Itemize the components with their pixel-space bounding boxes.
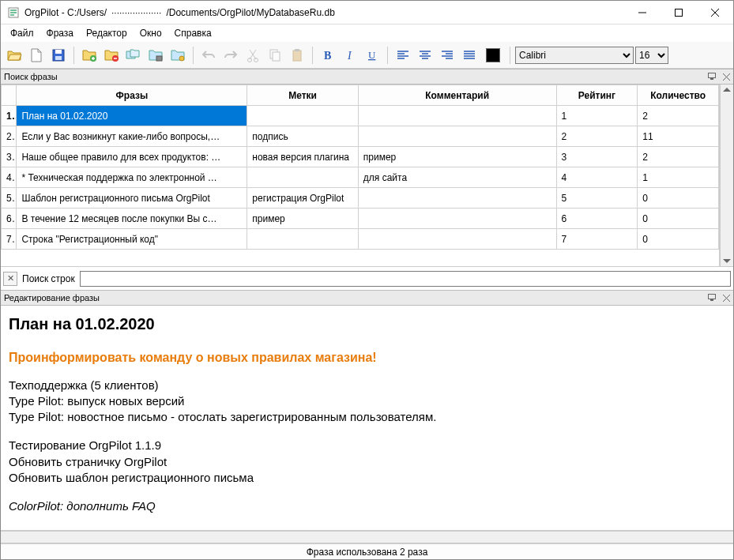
table-row[interactable]: 2Если у Вас возникнут какие-либо вопросы… [2, 126, 719, 147]
phrase-editor[interactable]: План на 01.02.2020 Проинформировать кома… [1, 306, 733, 531]
cut-icon[interactable] [243, 45, 263, 66]
underline-icon[interactable]: U [362, 45, 382, 66]
cell-phrase[interactable]: Если у Вас возникнут какие-либо вопросы,… [17, 126, 247, 147]
cell-comment[interactable] [358, 188, 556, 209]
cell-tags[interactable] [247, 106, 359, 126]
menu-file[interactable]: Файл [4, 26, 40, 40]
folder-5-icon[interactable] [168, 45, 188, 66]
cell-rating[interactable]: 1 [556, 106, 638, 126]
cell-rating[interactable]: 5 [556, 188, 638, 209]
statusbar: Фраза использована 2 раза [1, 543, 733, 559]
paste-icon[interactable] [287, 45, 307, 66]
cell-tags[interactable]: регистрация OrgPilot [247, 188, 359, 209]
font-size-select[interactable]: 16 [635, 47, 668, 64]
undo-icon[interactable] [198, 45, 219, 66]
cell-count[interactable]: 0 [638, 229, 719, 250]
cell-count[interactable]: 2 [638, 147, 719, 167]
svg-text:B: B [324, 50, 331, 62]
menu-window[interactable]: Окно [134, 26, 168, 40]
cell-tags[interactable]: пример [247, 209, 359, 229]
table-row[interactable]: 3Наше общее правило для всех продуктов: … [2, 147, 719, 167]
new-file-icon[interactable] [26, 45, 47, 66]
table-row[interactable]: 6В течение 12 месяцев после покупки Вы с… [2, 209, 719, 229]
editor-dock-icon[interactable] [705, 291, 719, 304]
cell-phrase[interactable]: * Техническая поддержка по электронной … [17, 167, 247, 188]
italic-icon[interactable]: I [340, 45, 360, 66]
cell-phrase[interactable]: Шаблон регистрационного письма OrgPilot [17, 188, 247, 209]
phrase-grid[interactable]: Фразы Метки Комментарий Рейтинг Количест… [1, 85, 719, 250]
cell-comment[interactable] [358, 209, 556, 229]
maximize-button[interactable] [661, 1, 697, 24]
row-number: 5 [2, 188, 17, 209]
svg-rect-21 [709, 73, 716, 78]
open-folder-icon[interactable] [4, 45, 24, 66]
close-button[interactable] [697, 1, 733, 24]
panel-dock-icon[interactable] [705, 70, 719, 83]
folder-delete-icon[interactable] [101, 45, 122, 66]
svg-rect-7 [55, 56, 62, 60]
folder-add-icon[interactable] [79, 45, 100, 66]
search-panel-title: Поиск фразы [4, 72, 58, 81]
cell-rating[interactable]: 4 [556, 167, 638, 188]
editor-close-icon[interactable] [719, 291, 733, 304]
search-input[interactable] [80, 271, 731, 287]
search-panel-header: Поиск фразы [1, 69, 733, 85]
folders-icon[interactable] [123, 45, 144, 66]
cell-phrase[interactable]: План на 01.02.2020 [17, 106, 247, 126]
cell-tags[interactable]: подпись [247, 126, 359, 147]
table-row[interactable]: 5Шаблон регистрационного письма OrgPilot… [2, 188, 719, 209]
cell-comment[interactable] [358, 126, 556, 147]
search-label: Поиск строк [22, 273, 75, 284]
editor-line: Обновить страничку OrgPilot [9, 454, 725, 470]
cell-tags[interactable]: новая версия плагина [247, 147, 359, 167]
col-rating[interactable]: Рейтинг [556, 85, 638, 106]
table-row[interactable]: 7Строка "Регистрационный код"70 [2, 229, 719, 250]
col-phrase[interactable]: Фразы [17, 85, 247, 106]
cell-count[interactable]: 0 [638, 188, 719, 209]
menu-help[interactable]: Справка [168, 26, 218, 40]
cell-comment[interactable] [358, 106, 556, 126]
cell-tags[interactable] [247, 229, 359, 250]
col-count[interactable]: Количество [638, 85, 719, 106]
col-tags[interactable]: Метки [247, 85, 359, 106]
font-family-select[interactable]: Calibri [515, 47, 634, 64]
table-row[interactable]: 4* Техническая поддержка по электронной … [2, 167, 719, 188]
editor-highlight: Проинформировать команду о новых правила… [9, 349, 725, 366]
text-color-swatch[interactable] [486, 48, 500, 62]
table-row[interactable]: 1План на 01.02.202012 [2, 106, 719, 126]
align-left-icon[interactable] [393, 45, 413, 66]
copy-icon[interactable] [265, 45, 285, 66]
cell-rating[interactable]: 2 [556, 126, 638, 147]
cell-comment[interactable]: пример [358, 147, 556, 167]
cell-count[interactable]: 2 [638, 106, 719, 126]
redo-icon[interactable] [220, 45, 241, 66]
close-search-icon[interactable]: ✕ [3, 272, 17, 286]
cell-tags[interactable] [247, 167, 359, 188]
align-right-icon[interactable] [437, 45, 457, 66]
cell-phrase[interactable]: Наше общее правило для всех продуктов: … [17, 147, 247, 167]
cell-comment[interactable] [358, 229, 556, 250]
menu-phrase[interactable]: Фраза [40, 26, 81, 40]
cell-count[interactable]: 11 [638, 126, 719, 147]
bold-icon[interactable]: B [318, 45, 338, 66]
cell-phrase[interactable]: В течение 12 месяцев после покупки Вы с… [17, 209, 247, 229]
save-icon[interactable] [48, 45, 69, 66]
menu-editor[interactable]: Редактор [80, 26, 134, 40]
cell-count[interactable]: 0 [638, 209, 719, 229]
cell-comment[interactable]: для сайта [358, 167, 556, 188]
cell-rating[interactable]: 7 [556, 229, 638, 250]
horizontal-scrollbar[interactable] [1, 531, 733, 543]
cell-rating[interactable]: 6 [556, 209, 638, 229]
cell-phrase[interactable]: Строка "Регистрационный код" [17, 229, 247, 250]
cell-rating[interactable]: 3 [556, 147, 638, 167]
align-justify-icon[interactable] [459, 45, 480, 66]
panel-close-icon[interactable] [719, 70, 733, 83]
folder-config-icon[interactable] [145, 45, 166, 66]
minimize-button[interactable] [624, 1, 661, 24]
align-center-icon[interactable] [415, 45, 435, 66]
col-comment[interactable]: Комментарий [358, 85, 556, 106]
grid-vertical-scrollbar[interactable] [720, 85, 733, 266]
svg-rect-10 [156, 56, 162, 61]
cell-count[interactable]: 1 [638, 167, 719, 188]
col-rownum[interactable] [2, 85, 17, 106]
